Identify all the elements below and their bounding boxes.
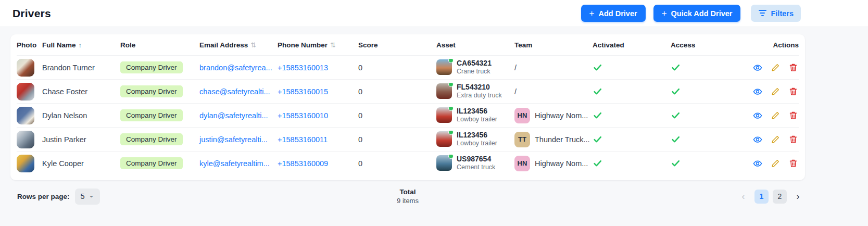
eye-icon <box>753 87 762 96</box>
edit-button[interactable] <box>771 87 780 96</box>
phone-link[interactable]: +15853160015 <box>278 87 328 96</box>
online-status-dot <box>448 107 454 111</box>
quick-add-driver-label: Quick Add Driver <box>671 9 733 18</box>
view-button[interactable] <box>753 135 762 144</box>
driver-photo <box>17 107 34 124</box>
eye-icon <box>753 159 762 168</box>
rows-per-page-select[interactable]: 5 ⌄ <box>75 189 100 205</box>
access-check-icon <box>671 110 681 120</box>
team-name: Highway Nom... <box>535 159 588 168</box>
view-button[interactable] <box>753 159 762 168</box>
table-row: Brandon Turner Company Driver brandon@sa… <box>17 55 799 79</box>
phone-link[interactable]: +15853160009 <box>278 159 328 168</box>
col-header-phone[interactable]: Phone Number ⇅ <box>278 41 358 49</box>
table-row: Dylan Nelson Company Driver dylan@safety… <box>17 103 799 127</box>
role-badge: Company Driver <box>120 61 183 73</box>
col-header-photo: Photo <box>17 41 42 49</box>
asset-code: FL543210 <box>457 83 502 92</box>
edit-button[interactable] <box>771 111 780 120</box>
topbar-actions: + Add Driver + Quick Add Driver Filters <box>581 5 801 22</box>
add-driver-label: Add Driver <box>598 9 637 18</box>
asset-code: IL123456 <box>457 107 497 116</box>
table-row: Chase Foster Company Driver chase@safety… <box>17 79 799 103</box>
delete-button[interactable] <box>789 63 798 72</box>
trash-icon <box>789 63 798 72</box>
email-link[interactable]: kyle@safetyrealtim... <box>199 159 270 168</box>
asset-code: IL123456 <box>457 131 497 140</box>
delete-button[interactable] <box>789 159 798 168</box>
asset-type: Cement truck <box>457 164 495 172</box>
score-value: 0 <box>358 135 436 144</box>
trash-icon <box>789 135 798 144</box>
email-link[interactable]: justin@safetyrealti... <box>199 135 268 144</box>
edit-button[interactable] <box>771 63 780 72</box>
filters-label: Filters <box>771 9 794 18</box>
eye-icon <box>753 135 762 144</box>
role-badge: Company Driver <box>120 133 183 145</box>
asset-thumbnail <box>436 59 452 75</box>
score-value: 0 <box>358 64 436 72</box>
col-header-asset: Asset <box>436 41 514 49</box>
activated-check-icon <box>593 110 602 120</box>
edit-button[interactable] <box>771 159 780 168</box>
filters-button[interactable]: Filters <box>751 5 801 22</box>
team-avatar: HN <box>514 156 530 171</box>
view-button[interactable] <box>753 87 762 96</box>
page-button-1[interactable]: 1 <box>754 190 769 204</box>
access-check-icon <box>671 62 681 72</box>
phone-link[interactable]: +15853160010 <box>278 111 328 120</box>
email-link[interactable]: dylan@safetyrealti... <box>199 111 268 120</box>
asset-type: Crane truck <box>457 68 492 76</box>
driver-photo <box>17 59 34 77</box>
phone-link[interactable]: +15853160011 <box>278 135 328 144</box>
total-summary: Total 9 items <box>397 188 419 205</box>
activated-check-icon <box>593 62 602 72</box>
sort-icon: ⇅ <box>250 41 256 49</box>
asset-type: Lowboy trailer <box>457 140 497 148</box>
driver-name: Justin Parker <box>42 135 120 144</box>
next-page-button[interactable]: › <box>791 190 805 204</box>
score-value: 0 <box>358 159 436 168</box>
table-row: Justin Parker Company Driver justin@safe… <box>17 127 799 151</box>
filter-icon <box>758 10 766 17</box>
sort-icon: ⇅ <box>330 41 336 49</box>
pencil-icon <box>771 111 780 120</box>
asset-cell: CA654321 Crane truck <box>436 59 492 76</box>
team-cell: HN Highway Nom... <box>514 108 588 123</box>
delete-button[interactable] <box>789 111 798 120</box>
pencil-icon <box>771 159 780 168</box>
col-header-email[interactable]: Email Address ⇅ <box>199 41 278 49</box>
trash-icon <box>789 111 798 120</box>
rows-per-page: Rows per page: 5 ⌄ <box>10 189 100 205</box>
asset-thumbnail <box>436 83 452 99</box>
delete-button[interactable] <box>789 135 798 144</box>
edit-button[interactable] <box>771 135 780 144</box>
view-button[interactable] <box>753 111 762 120</box>
team-cell: TT Thunder Truck... <box>514 132 590 147</box>
quick-add-driver-button[interactable]: + Quick Add Driver <box>653 5 741 22</box>
phone-link[interactable]: +15853160013 <box>278 64 328 72</box>
pencil-icon <box>771 135 780 144</box>
add-driver-button[interactable]: + Add Driver <box>581 5 646 22</box>
driver-photo <box>17 131 34 148</box>
previous-page-button[interactable]: ‹ <box>736 190 750 204</box>
col-header-full-name[interactable]: Full Name ↑ <box>42 41 120 49</box>
asset-thumbnail <box>436 107 452 123</box>
asset-thumbnail <box>436 155 452 171</box>
eye-icon <box>753 111 762 120</box>
table-header-row: Photo Full Name ↑ Role Email Address ⇅ P… <box>17 34 799 55</box>
driver-photo <box>17 83 34 101</box>
asset-cell: IL123456 Lowboy trailer <box>436 131 497 147</box>
email-link[interactable]: brandon@safetyrea... <box>199 64 272 72</box>
delete-button[interactable] <box>789 87 798 96</box>
asset-cell: US987654 Cement truck <box>436 155 495 171</box>
view-button[interactable] <box>753 63 762 72</box>
page-button-2[interactable]: 2 <box>773 190 787 204</box>
table-footer: Rows per page: 5 ⌄ Total 9 items ‹ 1 2 › <box>10 185 805 208</box>
asset-cell: FL543210 Extra duty truck <box>436 83 502 99</box>
col-header-actions: Actions <box>749 41 799 49</box>
email-link[interactable]: chase@safetyrealti... <box>199 87 270 96</box>
col-header-access: Access <box>671 41 749 49</box>
activated-check-icon <box>593 158 602 168</box>
score-value: 0 <box>358 87 436 96</box>
